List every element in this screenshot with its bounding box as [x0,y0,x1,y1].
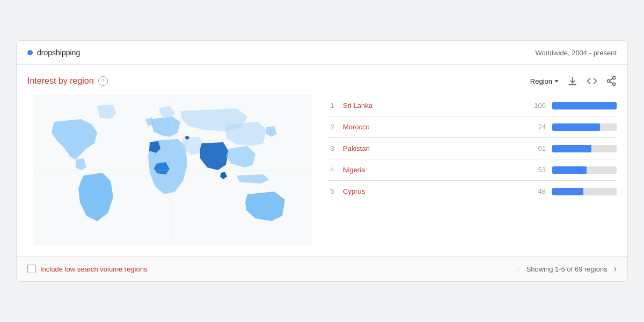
map-container [27,95,317,245]
rank-bar-fill [552,188,583,195]
share-button[interactable] [606,76,617,86]
svg-point-3 [613,83,616,85]
section-header: Interest by region ? Region [27,76,617,86]
search-term: dropshipping [37,48,80,57]
rank-country[interactable]: Cyprus [343,187,523,195]
rank-bar-container [552,145,617,152]
rank-row: 4 Nigeria 53 [328,159,617,181]
rank-number: 3 [328,144,336,152]
rank-number: 5 [328,187,336,195]
svg-line-4 [610,82,613,83]
rank-country[interactable]: Sri Lanka [343,101,523,109]
rank-bar-container [552,188,617,195]
rank-bar-container [552,123,617,131]
help-icon[interactable]: ? [98,76,108,86]
rank-row: 1 Sri Lanka 100 [328,95,617,116]
rank-bar-fill [552,166,587,174]
svg-line-5 [610,78,613,80]
rank-score: 100 [530,101,546,109]
section-title: Interest by region [27,76,94,86]
rank-number: 4 [328,166,336,174]
rank-score: 61 [530,144,546,152]
meta-info: Worldwide, 2004 - present [535,49,617,57]
chevron-down-icon [554,80,559,83]
rank-row: 2 Morocco 74 [328,116,617,138]
download-button[interactable] [567,76,578,86]
next-page-button[interactable]: › [614,264,617,274]
pagination-text: Showing 1-5 of 69 regions [526,265,608,273]
rank-score: 74 [530,123,546,131]
rank-bar-fill [552,102,617,109]
footer-bar: Include low search volume regions ‹ Show… [17,257,627,281]
rank-row: 5 Cyprus 48 [328,181,617,202]
toolbar-right: Region [530,76,617,86]
rank-number: 1 [328,101,336,109]
world-map [33,95,312,245]
svg-point-1 [613,77,616,79]
rank-country[interactable]: Nigeria [343,166,523,174]
rank-row: 3 Pakistan 61 [328,138,617,159]
rank-score: 48 [530,187,546,195]
rank-bar-container [552,166,617,174]
rank-country[interactable]: Pakistan [343,144,523,152]
section-title-group: Interest by region ? [27,76,108,86]
low-volume-checkbox-label[interactable]: Include low search volume regions [27,265,147,273]
svg-point-2 [608,80,610,83]
term-dot [27,50,33,55]
header-left: dropshipping [27,48,80,57]
rank-bar-container [552,102,617,109]
embed-button[interactable] [587,76,597,86]
rank-number: 2 [328,123,336,131]
low-volume-checkbox[interactable] [27,265,36,273]
prev-page-button[interactable]: ‹ [517,264,519,274]
header-bar: dropshipping Worldwide, 2004 - present [17,41,627,65]
main-card: dropshipping Worldwide, 2004 - present I… [16,40,628,282]
checkbox-text: Include low search volume regions [40,265,147,273]
rank-bar-fill [552,145,591,152]
rankings-container: 1 Sri Lanka 100 2 Morocco 74 3 [328,95,617,245]
region-label: Region [530,77,552,85]
content-area: 1 Sri Lanka 100 2 Morocco 74 3 [27,95,617,245]
rank-country[interactable]: Morocco [343,123,523,131]
pagination: ‹ Showing 1-5 of 69 regions › [517,264,617,274]
region-dropdown[interactable]: Region [530,77,559,85]
main-section: Interest by region ? Region [17,65,627,257]
rank-score: 53 [530,166,546,174]
rank-bar-fill [552,123,600,131]
